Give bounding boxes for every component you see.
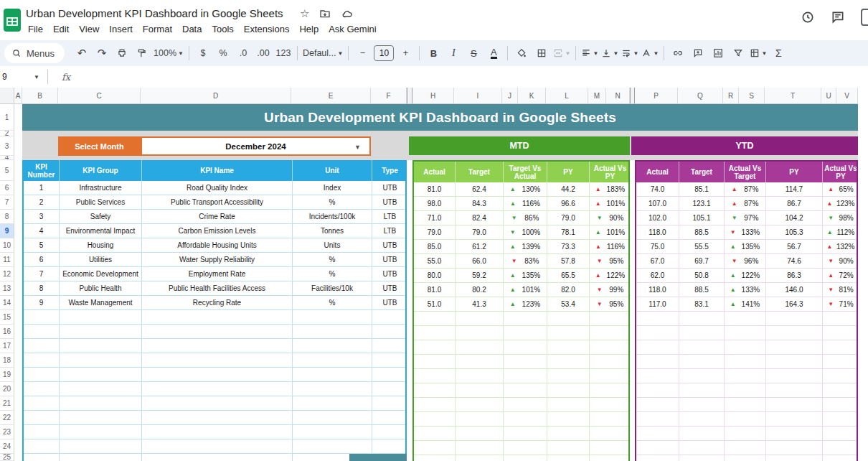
strikethrough-button[interactable]: S [463,44,483,62]
ytd-py-cell[interactable]: 146.0 [766,283,823,297]
cell[interactable] [823,340,858,355]
name-box-caret-icon[interactable]: ▼ [34,74,39,80]
insert-chart-button[interactable] [708,44,728,62]
cell[interactable] [456,383,504,398]
ytd-py-cell[interactable]: 86.7 [766,197,823,211]
cell[interactable] [766,441,823,455]
ytd-actual-cell[interactable]: 117.0 [636,297,679,312]
cell[interactable] [293,425,372,439]
cell[interactable] [766,412,823,427]
column-title[interactable]: PY [766,162,823,182]
kpi-group-cell[interactable]: Environmental Impact [60,224,142,238]
kpi-name-cell[interactable]: Public Transport Accessibility [142,195,293,210]
kpi-group-cell[interactable]: Economic Development [60,267,142,281]
menu-help[interactable]: Help [294,22,324,36]
variance-cell[interactable]: ▲101% [590,197,630,211]
cell[interactable] [766,455,823,461]
select-month-label-cell[interactable]: Select Month [58,136,141,156]
column-title[interactable]: Target Vs Actual [504,162,547,182]
column-header-C[interactable]: C [58,88,141,104]
cell[interactable] [504,312,547,326]
variance-cell[interactable]: ▲122% [590,269,630,283]
cell[interactable] [456,312,504,326]
cell[interactable] [504,398,547,412]
row-header-12[interactable]: 12 [0,267,14,281]
ytd-py-cell[interactable]: 104.2 [766,211,823,225]
cell[interactable] [547,427,590,441]
column-header-T[interactable]: T [765,88,821,104]
cell[interactable] [590,455,630,461]
cell[interactable] [414,455,456,461]
variance-cell[interactable]: ▼86% [504,211,547,225]
row-header-25[interactable]: 25 [0,454,14,461]
column-header-S[interactable]: S [739,88,765,104]
cell[interactable] [725,326,766,340]
cell[interactable] [24,339,60,353]
cell[interactable] [679,412,725,427]
row-header-17[interactable]: 17 [0,339,14,353]
cell[interactable] [766,369,823,383]
column-header-Q[interactable]: Q [678,88,723,104]
column-title[interactable]: Target [456,162,504,182]
kpi-type-cell[interactable]: LTB [372,210,407,224]
cell[interactable] [24,368,60,382]
variance-cell[interactable]: ▲123% [823,197,858,211]
variance-cell[interactable]: ▲72% [823,269,858,283]
cell[interactable] [823,326,858,340]
comments-icon[interactable] [831,10,845,24]
cell[interactable] [725,340,766,355]
cell[interactable] [293,368,372,382]
cell[interactable] [60,339,142,353]
kpi-number-cell[interactable]: 1 [24,181,60,195]
cell[interactable] [24,325,60,339]
cell[interactable] [24,382,60,396]
kpi-number-cell[interactable]: 2 [24,195,60,210]
kpi-group-cell[interactable]: Utilities [60,253,142,267]
row-header-9[interactable]: 9 [0,224,14,238]
row-header-15[interactable]: 15 [0,310,14,325]
row-header-22[interactable]: 22 [0,411,14,425]
column-header-E[interactable]: E [291,88,371,104]
format-percent-button[interactable]: % [213,44,233,62]
font-size-input[interactable]: 10 [374,45,394,61]
cell[interactable] [414,427,456,441]
cell[interactable] [456,441,504,455]
column-title[interactable]: Type [372,160,407,181]
ytd-target-cell[interactable]: 88.5 [679,283,725,297]
column-header-J[interactable]: J [502,88,518,104]
cell[interactable] [725,412,766,427]
cell[interactable] [456,398,504,412]
column-header-L[interactable]: L [546,88,588,104]
variance-cell[interactable]: ▼95% [590,297,630,312]
column-title[interactable]: Actual Vs PY [823,162,858,182]
cell[interactable] [456,340,504,355]
row-header-14[interactable]: 14 [0,296,14,310]
ytd-py-cell[interactable]: 114.7 [766,182,823,197]
kpi-number-cell[interactable]: 5 [24,238,60,253]
column-title[interactable]: Actual [636,162,679,182]
cell[interactable] [142,382,293,396]
cell[interactable] [372,396,407,411]
column-header-M[interactable]: M [588,88,606,104]
mtd-py-cell[interactable]: 96.6 [547,197,590,211]
cell[interactable] [636,412,679,427]
increase-font-size-button[interactable]: + [395,44,415,62]
kpi-type-cell[interactable]: UTB [372,181,407,195]
cell[interactable] [504,369,547,383]
cell[interactable] [547,455,590,461]
mtd-py-cell[interactable]: 78.1 [547,225,590,240]
variance-cell[interactable]: ▲135% [504,269,547,283]
text-rotation-button[interactable]: ▼ [640,44,660,62]
cell[interactable] [456,412,504,427]
menu-format[interactable]: Format [138,22,177,36]
cell[interactable] [414,412,456,427]
row-header-3[interactable]: 3 [0,136,14,156]
mtd-target-cell[interactable]: 79.0 [456,225,504,240]
mtd-target-cell[interactable]: 84.3 [456,197,504,211]
cell[interactable] [636,441,679,455]
cell[interactable] [142,454,293,461]
variance-cell[interactable]: ▲141% [725,297,766,312]
ytd-py-cell[interactable]: 74.6 [766,254,823,269]
next-section-cell[interactable] [349,454,407,461]
variance-cell[interactable]: ▼96% [725,254,766,269]
